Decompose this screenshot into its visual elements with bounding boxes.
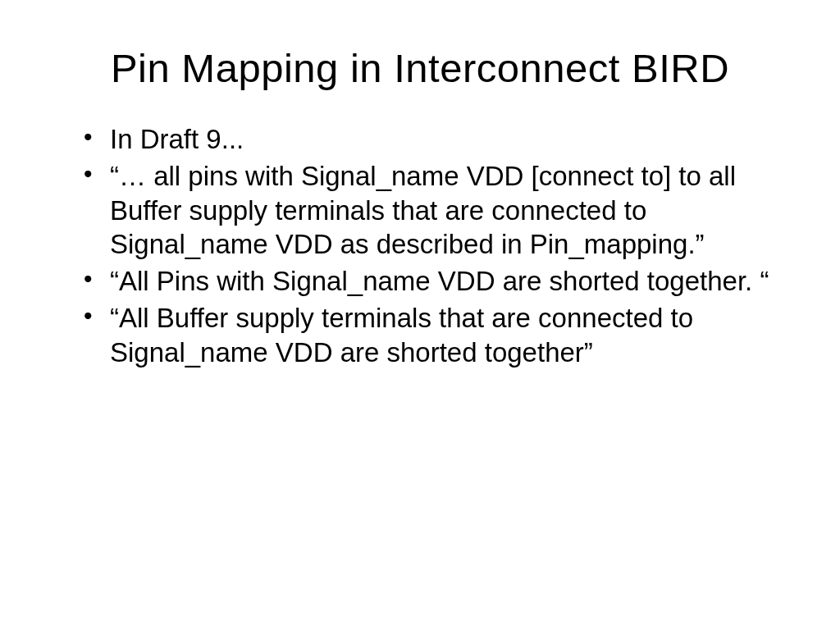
slide-container: Pin Mapping in Interconnect BIRD In Draf… bbox=[0, 0, 840, 630]
slide-title: Pin Mapping in Interconnect BIRD bbox=[49, 45, 791, 91]
list-item: “All Pins with Signal_name VDD are short… bbox=[82, 264, 791, 298]
slide-content: In Draft 9... “… all pins with Signal_na… bbox=[49, 122, 791, 369]
bullet-list: In Draft 9... “… all pins with Signal_na… bbox=[82, 122, 791, 369]
list-item: “All Buffer supply terminals that are co… bbox=[82, 301, 791, 369]
list-item: “… all pins with Signal_name VDD [connec… bbox=[82, 159, 791, 261]
list-item: In Draft 9... bbox=[82, 122, 791, 156]
